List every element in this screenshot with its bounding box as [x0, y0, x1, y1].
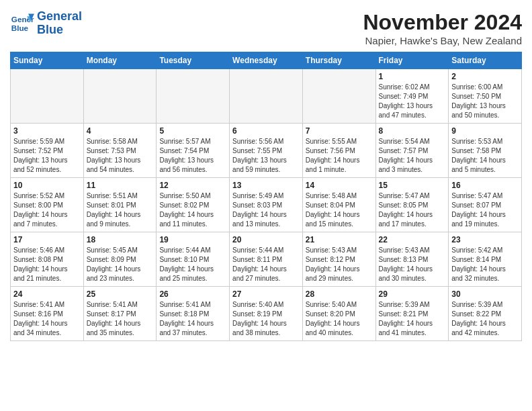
day-cell: 8Sunrise: 5:54 AM Sunset: 7:57 PM Daylig… [375, 124, 449, 178]
day-number: 19 [159, 235, 226, 244]
day-info: Sunrise: 6:02 AM Sunset: 7:49 PM Dayligh… [379, 83, 446, 120]
day-number: 22 [379, 235, 446, 244]
day-number: 28 [306, 289, 373, 299]
day-cell: 5Sunrise: 5:57 AM Sunset: 7:54 PM Daylig… [157, 124, 230, 178]
day-number: 5 [159, 126, 226, 136]
col-header-tuesday: Tuesday [157, 52, 230, 69]
day-number: 27 [232, 289, 300, 299]
day-cell: 3Sunrise: 5:59 AM Sunset: 7:52 PM Daylig… [11, 124, 84, 178]
day-number: 12 [159, 181, 226, 190]
col-header-saturday: Saturday [449, 52, 522, 69]
week-row-4: 17Sunrise: 5:46 AM Sunset: 8:08 PM Dayli… [11, 232, 522, 287]
day-number: 3 [13, 126, 81, 136]
day-info: Sunrise: 5:41 AM Sunset: 8:17 PM Dayligh… [87, 300, 154, 338]
day-cell: 20Sunrise: 5:44 AM Sunset: 8:11 PM Dayli… [230, 232, 303, 287]
day-cell: 23Sunrise: 5:42 AM Sunset: 8:14 PM Dayli… [449, 232, 522, 287]
day-number: 30 [451, 289, 519, 299]
col-header-monday: Monday [83, 52, 157, 69]
logo-text-blue: Blue [37, 24, 82, 37]
day-info: Sunrise: 5:43 AM Sunset: 8:13 PM Dayligh… [379, 246, 446, 283]
day-info: Sunrise: 5:44 AM Sunset: 8:11 PM Dayligh… [232, 246, 300, 283]
header-row: SundayMondayTuesdayWednesdayThursdayFrid… [11, 52, 522, 69]
day-cell [302, 69, 375, 124]
day-number: 4 [87, 126, 154, 136]
day-cell: 12Sunrise: 5:50 AM Sunset: 8:02 PM Dayli… [157, 178, 230, 232]
week-row-3: 10Sunrise: 5:52 AM Sunset: 8:00 PM Dayli… [11, 178, 522, 232]
day-info: Sunrise: 5:46 AM Sunset: 8:08 PM Dayligh… [13, 246, 81, 283]
day-number: 18 [87, 235, 154, 244]
week-row-5: 24Sunrise: 5:41 AM Sunset: 8:16 PM Dayli… [11, 287, 522, 341]
day-cell: 9Sunrise: 5:53 AM Sunset: 7:58 PM Daylig… [449, 124, 522, 178]
day-cell: 24Sunrise: 5:41 AM Sunset: 8:16 PM Dayli… [11, 287, 84, 341]
day-cell: 4Sunrise: 5:58 AM Sunset: 7:53 PM Daylig… [83, 124, 157, 178]
day-number: 16 [451, 181, 519, 190]
day-cell: 22Sunrise: 5:43 AM Sunset: 8:13 PM Dayli… [375, 232, 449, 287]
day-cell [11, 69, 84, 124]
logo: General Blue General Blue [10, 10, 82, 37]
day-number: 21 [306, 235, 373, 244]
day-cell: 16Sunrise: 5:47 AM Sunset: 8:07 PM Dayli… [449, 178, 522, 232]
logo-icon: General Blue [10, 11, 34, 36]
day-info: Sunrise: 5:57 AM Sunset: 7:54 PM Dayligh… [159, 137, 226, 175]
day-info: Sunrise: 5:41 AM Sunset: 8:18 PM Dayligh… [159, 300, 226, 338]
day-info: Sunrise: 5:50 AM Sunset: 8:02 PM Dayligh… [159, 191, 226, 229]
day-info: Sunrise: 5:48 AM Sunset: 8:04 PM Dayligh… [306, 191, 373, 229]
day-number: 17 [13, 235, 81, 244]
location-subtitle: Napier, Hawke's Bay, New Zealand [363, 35, 522, 46]
day-number: 15 [379, 181, 446, 190]
day-info: Sunrise: 5:55 AM Sunset: 7:56 PM Dayligh… [306, 137, 373, 175]
day-number: 10 [13, 181, 81, 190]
day-cell: 27Sunrise: 5:40 AM Sunset: 8:19 PM Dayli… [230, 287, 303, 341]
day-number: 8 [379, 126, 446, 136]
day-info: Sunrise: 6:00 AM Sunset: 7:50 PM Dayligh… [451, 83, 519, 120]
day-cell: 29Sunrise: 5:39 AM Sunset: 8:21 PM Dayli… [375, 287, 449, 341]
day-cell: 7Sunrise: 5:55 AM Sunset: 7:56 PM Daylig… [302, 124, 375, 178]
day-info: Sunrise: 5:40 AM Sunset: 8:20 PM Dayligh… [306, 300, 373, 338]
month-title: November 2024 [363, 10, 522, 35]
day-cell [157, 69, 230, 124]
day-cell: 1Sunrise: 6:02 AM Sunset: 7:49 PM Daylig… [375, 69, 449, 124]
day-cell: 21Sunrise: 5:43 AM Sunset: 8:12 PM Dayli… [302, 232, 375, 287]
day-number: 11 [87, 181, 154, 190]
day-cell: 13Sunrise: 5:49 AM Sunset: 8:03 PM Dayli… [230, 178, 303, 232]
day-cell: 19Sunrise: 5:44 AM Sunset: 8:10 PM Dayli… [157, 232, 230, 287]
day-number: 24 [13, 289, 81, 299]
day-cell: 17Sunrise: 5:46 AM Sunset: 8:08 PM Dayli… [11, 232, 84, 287]
svg-text:Blue: Blue [11, 24, 29, 32]
day-info: Sunrise: 5:49 AM Sunset: 8:03 PM Dayligh… [232, 191, 300, 229]
day-info: Sunrise: 5:47 AM Sunset: 8:05 PM Dayligh… [379, 191, 446, 229]
day-cell: 11Sunrise: 5:51 AM Sunset: 8:01 PM Dayli… [83, 178, 157, 232]
day-number: 7 [306, 126, 373, 136]
day-cell: 2Sunrise: 6:00 AM Sunset: 7:50 PM Daylig… [449, 69, 522, 124]
calendar-table: SundayMondayTuesdayWednesdayThursdayFrid… [10, 52, 522, 341]
day-cell [83, 69, 157, 124]
day-cell: 14Sunrise: 5:48 AM Sunset: 8:04 PM Dayli… [302, 178, 375, 232]
page-header: General Blue General Blue November 2024 … [10, 10, 522, 46]
day-number: 26 [159, 289, 226, 299]
title-block: November 2024 Napier, Hawke's Bay, New Z… [363, 10, 522, 46]
day-info: Sunrise: 5:51 AM Sunset: 8:01 PM Dayligh… [87, 191, 154, 229]
day-info: Sunrise: 5:58 AM Sunset: 7:53 PM Dayligh… [87, 137, 154, 175]
day-info: Sunrise: 5:44 AM Sunset: 8:10 PM Dayligh… [159, 246, 226, 283]
day-info: Sunrise: 5:59 AM Sunset: 7:52 PM Dayligh… [13, 137, 81, 175]
col-header-wednesday: Wednesday [230, 52, 303, 69]
day-number: 1 [379, 72, 446, 81]
day-cell [230, 69, 303, 124]
day-cell: 18Sunrise: 5:45 AM Sunset: 8:09 PM Dayli… [83, 232, 157, 287]
day-cell: 28Sunrise: 5:40 AM Sunset: 8:20 PM Dayli… [302, 287, 375, 341]
day-info: Sunrise: 5:43 AM Sunset: 8:12 PM Dayligh… [306, 246, 373, 283]
day-number: 14 [306, 181, 373, 190]
day-cell: 6Sunrise: 5:56 AM Sunset: 7:55 PM Daylig… [230, 124, 303, 178]
day-info: Sunrise: 5:39 AM Sunset: 8:22 PM Dayligh… [451, 300, 519, 338]
day-info: Sunrise: 5:40 AM Sunset: 8:19 PM Dayligh… [232, 300, 300, 338]
day-number: 23 [451, 235, 519, 244]
day-info: Sunrise: 5:45 AM Sunset: 8:09 PM Dayligh… [87, 246, 154, 283]
day-cell: 15Sunrise: 5:47 AM Sunset: 8:05 PM Dayli… [375, 178, 449, 232]
day-number: 9 [451, 126, 519, 136]
day-number: 6 [232, 126, 300, 136]
day-cell: 30Sunrise: 5:39 AM Sunset: 8:22 PM Dayli… [449, 287, 522, 341]
day-cell: 26Sunrise: 5:41 AM Sunset: 8:18 PM Dayli… [157, 287, 230, 341]
week-row-2: 3Sunrise: 5:59 AM Sunset: 7:52 PM Daylig… [11, 124, 522, 178]
day-number: 25 [87, 289, 154, 299]
day-info: Sunrise: 5:53 AM Sunset: 7:58 PM Dayligh… [451, 137, 519, 175]
